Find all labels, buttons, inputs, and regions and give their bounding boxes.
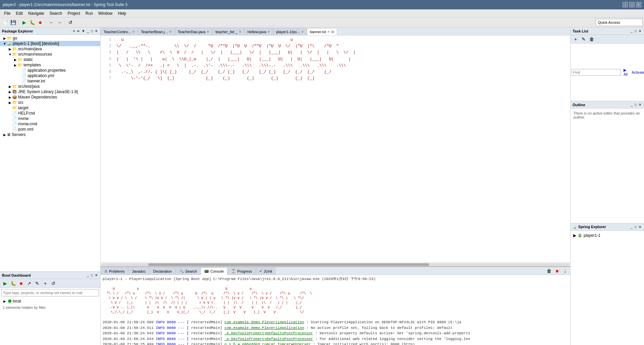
refresh-button[interactable]: ↺: [67, 19, 74, 26]
task-all-link[interactable]: ▶ All: [622, 67, 629, 77]
tree-item-src-test-java[interactable]: ▶ 📁 src/test/java: [0, 84, 100, 89]
bd-add-btn[interactable]: +: [42, 280, 49, 287]
menu-navigate[interactable]: Navigate: [25, 10, 47, 16]
tl-btn-3[interactable]: 🗑: [588, 36, 595, 43]
tree-item-src-main-java[interactable]: ▶ 📁 src/main/java: [0, 46, 100, 52]
spring-item-player1[interactable]: ▶ 🖥 player1-1: [572, 232, 643, 239]
menu-edit[interactable]: Edit: [13, 10, 25, 16]
menu-window[interactable]: Window: [96, 10, 115, 16]
tree-item-app-yml[interactable]: 📄 application.yml: [0, 73, 100, 78]
console-stop-btn[interactable]: ■: [553, 267, 561, 275]
run-button[interactable]: ▶: [20, 19, 28, 26]
tree-item-help-md[interactable]: 📄 HELP.md: [0, 111, 100, 116]
tree-item-mvnw-cmd[interactable]: 📄 mvnw.cmd: [0, 121, 100, 127]
tree-item-src[interactable]: ▶ 📁 src: [0, 100, 100, 105]
debug-button[interactable]: 🐛: [29, 19, 36, 26]
menu-run[interactable]: Run: [83, 10, 96, 16]
collapse-all-icon[interactable]: ≡: [72, 29, 76, 33]
task-activate-link[interactable]: Activate...: [630, 70, 644, 75]
bd-open-btn[interactable]: ↗: [25, 280, 33, 287]
stop-button[interactable]: ■: [37, 19, 44, 26]
forward-button[interactable]: →: [56, 19, 63, 26]
quick-access-box[interactable]: Quick Access: [596, 19, 643, 26]
tab-close-teacher-controller[interactable]: ✕: [132, 30, 135, 33]
minimize-button[interactable]: ─: [623, 2, 628, 7]
tab-teacher-dao[interactable]: TeacherDao.java ✕: [175, 28, 213, 35]
tree-item-jre[interactable]: ▶ 📚 JRE System Library [JavaSE-1.8]: [0, 89, 100, 94]
maximize-button[interactable]: □: [629, 2, 635, 7]
tab-problems[interactable]: ⚠ Problems: [101, 267, 128, 275]
tab-close-teacher-bean[interactable]: ✕: [169, 30, 172, 33]
se-close-icon[interactable]: ✕: [638, 225, 642, 229]
outline-close-icon[interactable]: ✕: [638, 102, 642, 107]
bd-debug-btn[interactable]: 🐛: [9, 280, 17, 287]
tree-item-player1[interactable]: ▼ 🍃 player1-1 [boot] [devtools]: [0, 41, 100, 46]
tree-item-servers[interactable]: ▶ 🖥 Servers: [0, 132, 100, 137]
tab-progress[interactable]: ⏳ Progress: [227, 267, 256, 275]
view-menu-icon[interactable]: ▼: [81, 29, 86, 33]
tl-close-icon[interactable]: ✕: [638, 29, 642, 33]
tab-close-teacher-list[interactable]: ✕: [239, 30, 241, 33]
tree-item-static[interactable]: ▶ 📁 static: [0, 57, 100, 62]
tab-teacher-controller[interactable]: TeacherContro... ✕: [101, 28, 138, 35]
tl-minimize-icon[interactable]: _: [630, 29, 633, 33]
tl-btn-2[interactable]: ✎: [580, 36, 587, 43]
tab-teacher-list[interactable]: teacher_list _ ✕: [212, 28, 244, 35]
bd-start-btn[interactable]: ▶: [1, 280, 9, 287]
tab-declaration[interactable]: Declaration: [149, 267, 175, 275]
hscroll-thumb[interactable]: [148, 263, 429, 266]
back-button[interactable]: ←: [48, 19, 55, 26]
tab-close-player1-po[interactable]: ✕: [301, 30, 304, 33]
menu-help[interactable]: Help: [115, 10, 129, 16]
bd-maximize-icon[interactable]: □: [90, 273, 94, 277]
bd-stop-btn[interactable]: ■: [17, 280, 25, 287]
outline-maximize-icon[interactable]: □: [634, 102, 637, 107]
tree-item-go[interactable]: ▶ 📁 go: [0, 36, 100, 41]
editor-hscroll[interactable]: [101, 262, 570, 266]
tree-item-mvnw[interactable]: 📄 mvnw: [0, 116, 100, 121]
tree-item-target[interactable]: 📁 target: [0, 105, 100, 111]
minimize-panel-icon[interactable]: _: [86, 29, 90, 33]
bd-edit-btn[interactable]: ✎: [34, 280, 41, 287]
se-maximize-icon[interactable]: □: [634, 225, 637, 229]
tab-search[interactable]: 🔍 Search: [175, 267, 201, 275]
tab-close-teacher-dao[interactable]: ✕: [207, 30, 209, 33]
console-scroll-btn[interactable]: ↓: [561, 267, 569, 275]
menu-search[interactable]: Search: [47, 10, 65, 16]
tl-maximize-icon[interactable]: □: [634, 29, 637, 33]
tree-item-src-main-resources[interactable]: ▼ 📁 src/main/resources: [0, 52, 100, 57]
console-clear-btn[interactable]: 🗑: [545, 267, 553, 275]
tab-banner-txt[interactable]: banner.txt ✕ ⊡: [307, 28, 337, 36]
bd-minimize-icon[interactable]: _: [86, 273, 90, 277]
link-editor-icon[interactable]: ⇔: [76, 29, 80, 33]
task-find-input[interactable]: [571, 69, 621, 76]
boot-filter-input[interactable]: [1, 289, 99, 296]
tree-item-pom[interactable]: 📄 pom.xml: [0, 127, 100, 132]
outline-minimize-icon[interactable]: _: [630, 102, 633, 107]
tree-item-maven[interactable]: ▶ 📦 Maven Dependencies: [0, 94, 100, 100]
tab-close-hellow-java[interactable]: ✕: [267, 30, 270, 33]
tab-junit[interactable]: ✓ JUnit: [256, 267, 276, 275]
editor-content[interactable]: 1 u u 2 \/ .__,-""-. \\ \/ / "U /""U |"U…: [101, 36, 570, 262]
tree-item-banner-txt[interactable]: 📄 banner.txt: [0, 78, 100, 84]
se-minimize-icon[interactable]: _: [630, 225, 633, 229]
save-button[interactable]: 💾: [9, 19, 17, 26]
tab-teacher-bean[interactable]: TeacherBean.j... ✕: [138, 28, 175, 35]
new-button[interactable]: 📄: [1, 19, 9, 26]
tab-player1-po[interactable]: player1-1/po... ✕: [273, 28, 307, 35]
tab-close-banner-txt[interactable]: ✕: [327, 30, 330, 33]
menu-file[interactable]: File: [1, 10, 13, 16]
tree-item-app-properties[interactable]: 📄 application.properties: [0, 68, 100, 73]
tab-console[interactable]: 📟 Console: [201, 268, 227, 275]
close-panel-icon[interactable]: ✕: [94, 29, 98, 33]
tab-javadoc[interactable]: Javadoc: [128, 267, 149, 275]
bd-refresh-btn[interactable]: ↺: [50, 280, 57, 287]
tree-item-templates[interactable]: ▶ 📁 templates: [0, 62, 100, 68]
tab-hellow-java[interactable]: Hellow.java ✕: [245, 28, 273, 35]
tl-btn-1[interactable]: +: [572, 36, 579, 43]
menu-project[interactable]: Project: [65, 10, 83, 16]
close-button[interactable]: ✕: [636, 2, 641, 7]
bd-close-icon[interactable]: ✕: [94, 273, 98, 277]
maximize-panel-icon[interactable]: □: [90, 29, 94, 33]
boot-local-item[interactable]: ▶ local: [0, 298, 100, 304]
